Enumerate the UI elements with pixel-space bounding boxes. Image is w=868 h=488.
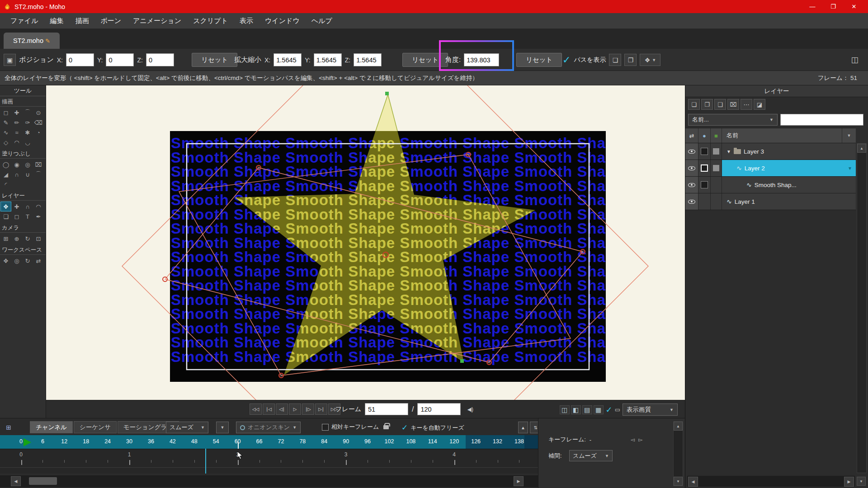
autofreeze-check-icon[interactable]: ✓: [401, 423, 408, 432]
layer-row[interactable]: ∿Layer 1: [685, 193, 856, 210]
layer-name-area[interactable]: ∿Smooth Shap...: [722, 177, 856, 193]
stack-layers-tool[interactable]: ❏: [0, 211, 11, 221]
seconds-ruler[interactable]: 01234: [0, 449, 538, 474]
menu-item-編集[interactable]: 編集: [44, 17, 69, 25]
menu-item-表示[interactable]: 表示: [234, 17, 259, 25]
tab-channels[interactable]: チャンネル: [30, 421, 73, 433]
add-point-tool[interactable]: ✎: [0, 117, 11, 127]
freehand-tool[interactable]: ✏: [11, 117, 22, 127]
arc-lower-tool[interactable]: ◡: [22, 137, 33, 147]
layer-row[interactable]: ▼Layer 3: [685, 143, 856, 160]
draw-shape-tool[interactable]: ◇: [0, 137, 11, 147]
visibility-cell[interactable]: [685, 160, 698, 176]
new-group-icon[interactable]: ❐: [701, 99, 713, 110]
position-y-input[interactable]: [106, 53, 134, 66]
visibility-column-icon[interactable]: ⇄: [685, 128, 698, 143]
visibility-cell[interactable]: [685, 193, 698, 210]
name-column-header[interactable]: 名前: [722, 128, 842, 143]
quality-check-icon[interactable]: ✓: [606, 405, 613, 415]
hide-edge-tool[interactable]: ◜: [0, 179, 11, 189]
transform-layer-tool[interactable]: ✥: [0, 202, 11, 211]
current-frame-input[interactable]: [365, 403, 408, 415]
step-back-button[interactable]: ◁∣: [276, 404, 288, 415]
select-points-tool[interactable]: ◻: [0, 108, 11, 117]
scroll-thumb[interactable]: [29, 477, 57, 485]
close-button[interactable]: ✕: [844, 0, 864, 13]
total-frames-input[interactable]: [417, 403, 461, 415]
eraser-tool[interactable]: ⌫: [33, 117, 44, 127]
arc-upper-tool[interactable]: ◠: [11, 137, 22, 147]
camera-roll-tool[interactable]: ↻: [22, 234, 33, 244]
scale-z-input[interactable]: [354, 53, 382, 66]
prev-keyframe-button[interactable]: ∣◁: [263, 404, 275, 415]
union-shapes-tool[interactable]: ∩: [11, 169, 22, 179]
stroke-width-tool[interactable]: ◔: [33, 127, 44, 137]
display-quality-dropdown[interactable]: 表示画質 ▼: [623, 404, 678, 416]
interpolation-dropdown[interactable]: スムーズ ▼: [569, 450, 613, 461]
menu-item-ヘルプ[interactable]: ヘルプ: [306, 17, 338, 25]
next-keyframe-icon[interactable]: ▻: [638, 436, 642, 443]
layer-name-area[interactable]: ∿Layer 2▼: [722, 160, 856, 176]
layer-color-swatch[interactable]: [713, 148, 719, 155]
color-column-icon[interactable]: ■: [711, 128, 722, 143]
layer-checkbox[interactable]: [701, 181, 708, 188]
layer-checkbox[interactable]: [701, 148, 708, 155]
resize-layer-tool[interactable]: ◻: [11, 211, 22, 221]
duplicate-layer-icon[interactable]: ❑: [714, 99, 726, 110]
magnet-tool[interactable]: ⊙: [33, 108, 44, 117]
minimize-button[interactable]: —: [802, 0, 823, 13]
layer-hscrollbar[interactable]: ◀ ▶: [687, 476, 855, 487]
camera-pan-tool[interactable]: ⊡: [33, 234, 44, 244]
single-view-icon[interactable]: ◫: [560, 405, 570, 414]
layer-row[interactable]: ∿Smooth Shap...: [685, 177, 856, 193]
layer-color-cell[interactable]: [711, 160, 722, 176]
flip-workspace-tool[interactable]: ⇄: [33, 256, 44, 266]
tab-sequencer[interactable]: シーケンサ: [74, 421, 117, 433]
line-width-tool[interactable]: ◢: [0, 169, 11, 179]
layer-options-icon[interactable]: ▼: [848, 166, 852, 171]
menu-item-スクリプト[interactable]: スクリプト: [187, 17, 234, 25]
insert-text-tool[interactable]: T: [22, 211, 33, 221]
angle-reset-button[interactable]: リセット: [516, 53, 562, 67]
playback-range-start-marker[interactable]: [24, 438, 31, 446]
scroll-left-button[interactable]: ◀: [11, 476, 21, 486]
curvature-tool[interactable]: ∿: [0, 127, 11, 137]
two-pane-view-icon[interactable]: ◧: [571, 405, 581, 414]
curve-exposure-tool[interactable]: ⌒: [33, 169, 44, 179]
layer-search-input[interactable]: [780, 114, 863, 126]
visibility-cell[interactable]: [685, 177, 698, 193]
scroll-right-button[interactable]: ▶: [514, 476, 524, 486]
layer-filter-dropdown[interactable]: 名前... ▼: [688, 114, 778, 126]
three-pane-view-icon[interactable]: ▤: [582, 405, 592, 414]
position-reset-button[interactable]: リセット: [192, 53, 237, 67]
layer-checkbox-cell[interactable]: [698, 143, 711, 160]
interp-mode-dropdown[interactable]: スムーズ ▼: [166, 422, 208, 433]
interp-extra-dropdown[interactable]: ▼: [216, 422, 229, 433]
playhead-line[interactable]: [205, 449, 206, 474]
rotate-workspace-tool[interactable]: ↻: [22, 256, 33, 266]
layer-color-cell[interactable]: [711, 193, 722, 210]
copy-frame-icon[interactable]: ❏: [609, 54, 621, 66]
scale-reset-button[interactable]: リセット: [402, 53, 448, 67]
zoom-workspace-tool[interactable]: ◎: [11, 256, 22, 266]
tool-extras-dropdown[interactable]: ❖ ▼: [640, 54, 660, 66]
menu-item-ボーン[interactable]: ボーン: [94, 17, 127, 25]
scroll-up-button[interactable]: ▲: [674, 422, 683, 431]
rotate-layer-tool[interactable]: ◠: [33, 202, 44, 211]
layer-name-area[interactable]: ▼Layer 3: [722, 143, 856, 160]
frame-ruler[interactable]: 0612182430364248546066727884909610210811…: [0, 435, 538, 449]
follow-path-tool[interactable]: ∩: [22, 202, 33, 211]
create-shape-tool[interactable]: ◉: [11, 160, 22, 169]
scatter-brush-tool[interactable]: ✱: [22, 127, 33, 137]
position-x-input[interactable]: [66, 53, 94, 66]
quad-view-icon[interactable]: ▦: [594, 405, 604, 414]
expander-icon[interactable]: ▼: [726, 149, 731, 154]
note-tool[interactable]: ✒: [33, 211, 44, 221]
canvas[interactable]: Smooth Shape Smooth Shape Smooth Shape S…: [46, 85, 685, 400]
pan-workspace-tool[interactable]: ✥: [0, 256, 11, 266]
more-options-icon[interactable]: ⋯: [741, 99, 752, 110]
delete-layer-icon[interactable]: ⌧: [727, 99, 739, 110]
paste-frame-icon[interactable]: ❐: [624, 54, 637, 66]
lasso-tool[interactable]: ⌒: [22, 108, 33, 117]
layer-checkbox[interactable]: [701, 164, 708, 172]
